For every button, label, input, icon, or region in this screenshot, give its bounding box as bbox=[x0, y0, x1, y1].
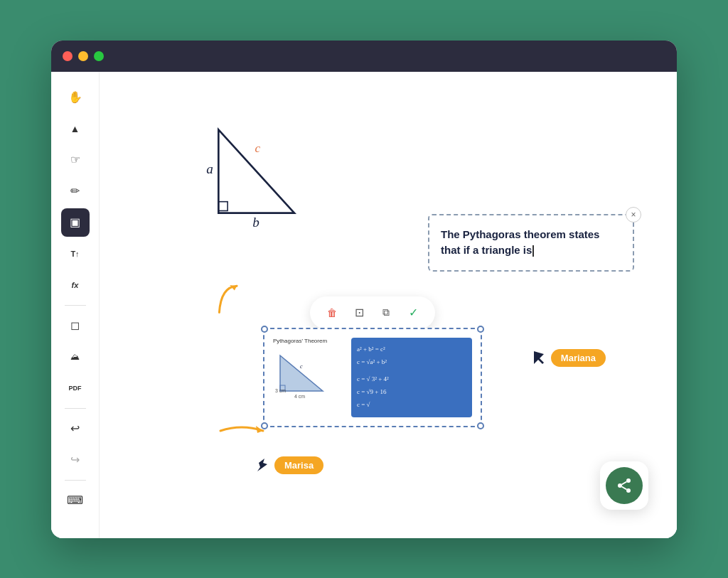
arrow-svg-1 bbox=[199, 269, 254, 321]
formula-line-3: c = √ 3² + 4² bbox=[357, 373, 466, 385]
triangle-svg: a b c bbox=[185, 114, 313, 228]
copy-selection-button[interactable]: ⧉ bbox=[375, 302, 397, 323]
svg-marker-12 bbox=[534, 351, 544, 364]
formula-line-2: c = √a² + b² bbox=[357, 356, 466, 368]
theorem-card: Pythagoras' Theorem c 3 cm 4 cm a² + b² … bbox=[273, 338, 472, 418]
formula-line-5: c = √ bbox=[357, 399, 466, 410]
svg-text:a: a bbox=[206, 161, 213, 176]
corner-handle-tr[interactable] bbox=[477, 326, 484, 333]
text-box[interactable]: × The Pythagoras theorem states that if … bbox=[428, 214, 634, 272]
formula-line-1: a² + b² = c² bbox=[357, 343, 466, 355]
svg-point-15 bbox=[618, 483, 622, 488]
svg-marker-7 bbox=[280, 355, 323, 391]
pen-tool[interactable]: ✏ bbox=[61, 177, 90, 205]
toolbar-divider-2 bbox=[65, 408, 86, 409]
svg-text:c: c bbox=[300, 363, 303, 370]
selected-image: Pythagoras' Theorem c 3 cm 4 cm a² + b² … bbox=[263, 328, 482, 428]
canvas[interactable]: a b c bbox=[100, 72, 677, 538]
svg-text:c: c bbox=[255, 141, 261, 155]
eraser-icon: ◻ bbox=[70, 319, 80, 332]
select-tool[interactable]: ▲ bbox=[61, 114, 90, 143]
shape-icon: ▣ bbox=[70, 215, 80, 229]
svg-rect-1 bbox=[218, 201, 228, 210]
pointer-tool[interactable]: ☞ bbox=[61, 146, 90, 174]
mariana-label: Mariana bbox=[551, 349, 606, 367]
svg-line-18 bbox=[622, 481, 627, 484]
app-window: ✋ ▲ ☞ ✏ ▣ T↑ fx ◻ bbox=[51, 41, 677, 538]
toolbar-divider bbox=[65, 305, 86, 306]
triangle-drawing: a b c bbox=[185, 114, 313, 231]
image-icon: ⛰ bbox=[70, 351, 80, 362]
arrow-annotation-1 bbox=[199, 269, 256, 326]
formula-tool[interactable]: fx bbox=[61, 271, 90, 299]
text-icon: T↑ bbox=[70, 250, 79, 258]
theorem-triangle-svg: c 3 cm 4 cm bbox=[273, 348, 337, 398]
theorem-title: Pythagoras' Theorem bbox=[273, 338, 344, 344]
undo-icon: ↩ bbox=[70, 422, 80, 435]
delete-selection-button[interactable]: 🗑 bbox=[321, 302, 343, 323]
mariana-cursor: Mariana bbox=[532, 349, 606, 367]
text-box-close-button[interactable]: × bbox=[626, 207, 641, 223]
confirm-selection-button[interactable]: ✓ bbox=[402, 302, 424, 323]
arrow-annotation-2 bbox=[213, 413, 270, 451]
undo-tool[interactable]: ↩ bbox=[61, 414, 90, 443]
share-button[interactable] bbox=[606, 467, 643, 504]
marisa-cursor: Marisa bbox=[256, 456, 323, 474]
minimize-button[interactable] bbox=[78, 51, 88, 61]
image-tool[interactable]: ⛰ bbox=[61, 343, 90, 371]
delete-icon: 🗑 bbox=[327, 307, 337, 319]
svg-text:3 cm: 3 cm bbox=[275, 388, 286, 393]
keyboard-icon: ⌨ bbox=[67, 493, 83, 507]
confirm-icon: ✓ bbox=[409, 306, 418, 319]
keyboard-tool[interactable]: ⌨ bbox=[61, 486, 90, 515]
theorem-left: Pythagoras' Theorem c 3 cm 4 cm bbox=[273, 338, 344, 401]
arrow-svg-2 bbox=[213, 413, 270, 449]
toolbar: ✋ ▲ ☞ ✏ ▣ T↑ fx ◻ bbox=[51, 72, 100, 538]
text-box-content: The Pythagoras theorem states that if a … bbox=[441, 227, 621, 259]
copy-icon: ⧉ bbox=[382, 306, 390, 319]
crop-selection-button[interactable]: ⊡ bbox=[348, 302, 370, 323]
eraser-tool[interactable]: ◻ bbox=[61, 311, 90, 340]
mariana-cursor-arrow bbox=[532, 350, 547, 365]
maximize-button[interactable] bbox=[94, 51, 104, 61]
selection-toolbar: 🗑 ⊡ ⧉ ✓ bbox=[310, 296, 435, 329]
titlebar bbox=[51, 41, 677, 72]
crop-icon: ⊡ bbox=[355, 306, 364, 319]
arrow-icon: ▲ bbox=[70, 123, 80, 134]
hand-tool[interactable]: ✋ bbox=[61, 83, 90, 112]
redo-tool[interactable]: ↪ bbox=[61, 446, 90, 474]
share-button-container[interactable] bbox=[600, 461, 648, 510]
formula-line-4: c = √9 + 16 bbox=[357, 386, 466, 397]
formula-icon: fx bbox=[72, 281, 79, 289]
close-button[interactable] bbox=[63, 51, 73, 61]
pdf-tool[interactable]: PDF bbox=[61, 374, 90, 402]
svg-line-17 bbox=[622, 486, 627, 489]
close-icon: × bbox=[631, 210, 636, 220]
svg-text:b: b bbox=[252, 214, 259, 228]
redo-icon: ↪ bbox=[70, 453, 80, 466]
svg-point-16 bbox=[626, 488, 631, 493]
pen-icon: ✏ bbox=[70, 184, 80, 198]
svg-point-14 bbox=[626, 478, 631, 483]
corner-handle-tl[interactable] bbox=[261, 326, 268, 333]
share-icon bbox=[616, 477, 633, 494]
text-content: The Pythagoras theorem states that if a … bbox=[441, 228, 599, 257]
marisa-cursor-arrow bbox=[256, 457, 270, 473]
toolbar-divider-3 bbox=[65, 480, 86, 481]
marisa-label: Marisa bbox=[274, 456, 323, 474]
theorem-formulas: a² + b² = c² c = √a² + b² c = √ 3² + 4² … bbox=[351, 338, 472, 418]
corner-handle-br[interactable] bbox=[477, 422, 484, 429]
text-cursor bbox=[532, 245, 534, 257]
pointer-icon: ☞ bbox=[70, 153, 80, 166]
selected-image-container: 🗑 ⊡ ⧉ ✓ bbox=[263, 328, 482, 428]
content-area: ✋ ▲ ☞ ✏ ▣ T↑ fx ◻ bbox=[51, 72, 677, 538]
text-tool[interactable]: T↑ bbox=[61, 240, 90, 268]
hand-icon: ✋ bbox=[68, 90, 82, 104]
svg-text:4 cm: 4 cm bbox=[294, 394, 305, 398]
svg-marker-13 bbox=[257, 459, 267, 471]
pdf-icon: PDF bbox=[69, 385, 82, 392]
shape-tool[interactable]: ▣ bbox=[61, 208, 90, 237]
